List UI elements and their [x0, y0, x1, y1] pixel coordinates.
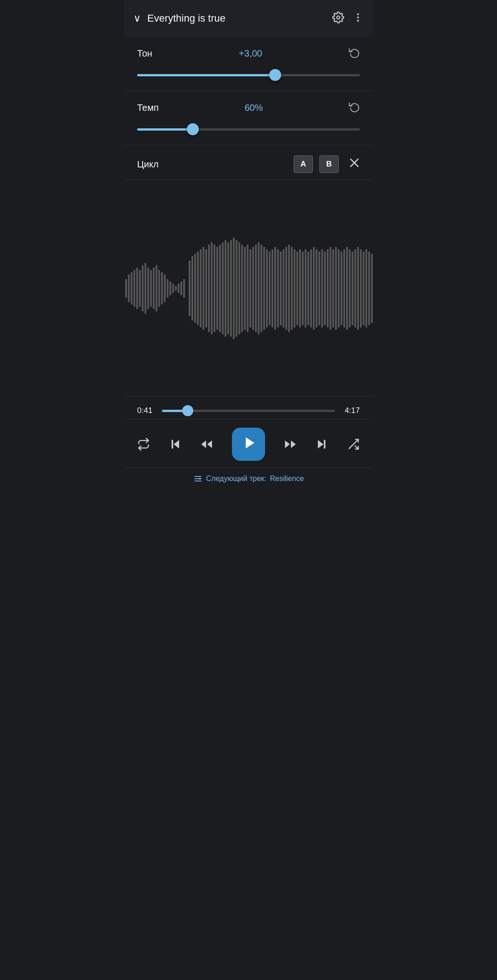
chevron-down-icon[interactable]: ∨ — [133, 12, 141, 24]
cycle-close-button[interactable] — [349, 157, 360, 171]
tone-reset-button[interactable] — [349, 47, 360, 60]
next-track-bar: Следующий трек: Resilience — [124, 468, 373, 490]
svg-rect-71 — [307, 252, 309, 325]
cycle-label: Цикл — [137, 159, 159, 170]
svg-rect-14 — [147, 268, 149, 309]
svg-rect-13 — [144, 263, 146, 314]
svg-rect-81 — [335, 247, 337, 330]
svg-marker-98 — [207, 441, 212, 448]
tone-slider-track — [137, 74, 360, 76]
svg-rect-108 — [194, 481, 201, 481]
svg-rect-57 — [269, 252, 271, 325]
more-options-icon[interactable] — [353, 12, 364, 25]
waveform-section[interactable] — [124, 180, 373, 397]
progress-track[interactable] — [162, 410, 335, 412]
svg-rect-29 — [191, 256, 193, 321]
svg-rect-91 — [363, 252, 364, 325]
svg-rect-63 — [285, 247, 287, 330]
svg-rect-37 — [214, 245, 215, 332]
svg-rect-30 — [194, 254, 196, 323]
shuffle-button[interactable] — [347, 438, 360, 451]
svg-rect-88 — [354, 249, 356, 327]
tempo-slider[interactable] — [137, 123, 360, 136]
svg-rect-74 — [316, 249, 318, 327]
cycle-a-button[interactable]: A — [294, 155, 313, 173]
next-track-icon — [193, 474, 202, 483]
previous-button[interactable] — [169, 438, 182, 451]
svg-rect-24 — [175, 286, 177, 291]
svg-rect-86 — [349, 249, 351, 327]
svg-rect-70 — [305, 249, 306, 327]
repeat-button[interactable] — [137, 438, 150, 451]
svg-rect-78 — [327, 249, 329, 327]
tempo-reset-button[interactable] — [349, 101, 360, 115]
tone-slider-thumb[interactable] — [269, 69, 281, 81]
progress-row: 0:41 4:17 — [137, 406, 360, 415]
tempo-row: Темп 60% — [137, 101, 360, 115]
cycle-b-button[interactable]: B — [319, 155, 339, 173]
tempo-slider-thumb[interactable] — [187, 123, 199, 135]
svg-rect-9 — [133, 270, 135, 307]
svg-rect-107 — [194, 478, 199, 479]
svg-rect-35 — [208, 245, 210, 332]
svg-rect-65 — [291, 247, 293, 330]
svg-point-1 — [357, 13, 359, 15]
svg-rect-103 — [324, 440, 326, 449]
svg-rect-19 — [161, 272, 163, 304]
svg-rect-12 — [142, 265, 144, 311]
tone-slider[interactable] — [137, 69, 360, 81]
svg-rect-92 — [365, 249, 367, 327]
svg-rect-64 — [288, 245, 290, 332]
svg-rect-27 — [183, 279, 185, 298]
progress-thumb[interactable] — [182, 405, 193, 416]
next-track-label: Следующий трек: — [206, 475, 266, 483]
svg-rect-23 — [172, 284, 174, 293]
svg-rect-82 — [338, 249, 340, 327]
controls-section — [124, 419, 373, 468]
settings-icon[interactable] — [332, 11, 344, 25]
tempo-label: Темп — [137, 103, 159, 113]
header-icons — [332, 11, 364, 25]
svg-rect-89 — [357, 247, 359, 330]
play-icon — [242, 436, 257, 453]
rewind-button[interactable] — [200, 438, 213, 451]
tempo-slider-fill — [137, 128, 193, 131]
tempo-slider-track — [137, 128, 360, 131]
svg-marker-102 — [318, 440, 324, 449]
svg-rect-45 — [236, 240, 237, 337]
svg-rect-34 — [205, 249, 207, 327]
tone-slider-fill — [137, 74, 275, 76]
svg-marker-100 — [291, 441, 296, 448]
svg-rect-40 — [222, 242, 224, 334]
play-button[interactable] — [232, 428, 265, 461]
svg-rect-68 — [299, 249, 301, 327]
progress-section: 0:41 4:17 — [124, 397, 373, 419]
next-track-title: Resilience — [270, 475, 304, 483]
svg-rect-25 — [178, 284, 179, 293]
svg-marker-95 — [173, 440, 179, 449]
svg-marker-99 — [246, 437, 254, 448]
next-button[interactable] — [315, 438, 328, 451]
svg-rect-80 — [332, 249, 334, 327]
song-title: Everything is true — [147, 12, 326, 24]
svg-rect-20 — [164, 275, 166, 302]
svg-point-0 — [337, 16, 340, 19]
svg-rect-38 — [216, 247, 218, 330]
svg-rect-52 — [255, 245, 257, 332]
svg-point-2 — [357, 17, 359, 18]
fast-forward-button[interactable] — [284, 438, 297, 451]
svg-rect-75 — [318, 252, 320, 325]
svg-point-3 — [357, 20, 359, 22]
svg-rect-61 — [280, 252, 282, 325]
svg-rect-21 — [167, 279, 168, 298]
svg-marker-101 — [285, 441, 290, 448]
tempo-section: Темп 60% — [124, 91, 373, 145]
svg-marker-97 — [202, 441, 207, 448]
total-time: 4:17 — [341, 406, 360, 415]
svg-rect-62 — [283, 249, 284, 327]
svg-rect-28 — [189, 261, 191, 316]
svg-rect-73 — [313, 247, 315, 330]
svg-rect-87 — [352, 252, 353, 325]
tone-row: Тон +3,00 — [137, 47, 360, 60]
cycle-section: Цикл A B — [124, 145, 373, 180]
